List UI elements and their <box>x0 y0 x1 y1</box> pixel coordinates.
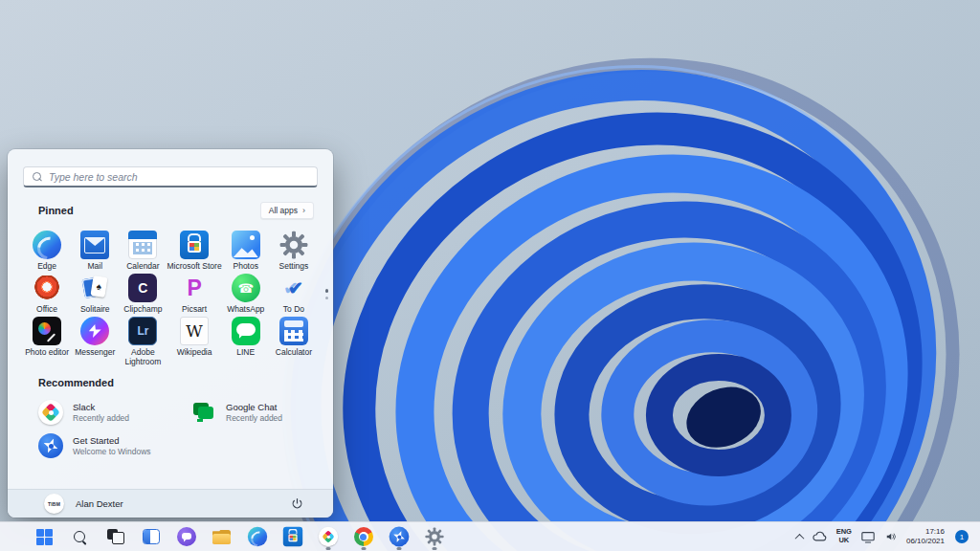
pinned-app-messenger[interactable]: Messenger <box>71 314 119 357</box>
clock[interactable]: 17:16 06/10/2021 <box>906 527 945 547</box>
pinned-app-adobe-lightroom[interactable]: Adobe Lightroom <box>119 314 167 357</box>
search-icon <box>33 172 42 182</box>
solitaire-cards-icon <box>80 274 109 302</box>
pinned-app-mail[interactable]: Mail <box>71 228 119 271</box>
pinned-app-microsoft-store[interactable]: Microsoft Store <box>167 228 222 271</box>
pinned-app-calendar[interactable]: Calendar <box>119 228 167 271</box>
get-started-icon <box>38 433 63 458</box>
user-name[interactable]: Alan Dexter <box>76 498 123 509</box>
language-indicator[interactable]: ENG UK <box>836 528 852 544</box>
widgets-icon <box>143 529 160 544</box>
network-icon[interactable] <box>860 531 876 543</box>
all-apps-button[interactable]: All apps <box>260 202 314 219</box>
slack-icon <box>318 527 337 546</box>
file-explorer-button[interactable] <box>204 522 239 551</box>
recommended-subtitle: Welcome to Windows <box>73 447 151 456</box>
taskbar: ENG UK 17:16 06/10/2021 1 <box>0 521 980 551</box>
chat-button[interactable] <box>168 522 204 551</box>
taskbar-edge-button[interactable] <box>239 522 275 551</box>
slack-icon <box>38 400 63 425</box>
task-view-button[interactable] <box>98 522 133 551</box>
task-view-icon <box>107 529 124 544</box>
folder-icon <box>212 530 231 544</box>
recommended-list: Slack Recently added Google Chat Recentl… <box>23 399 318 459</box>
pinned-app-wikipedia[interactable]: Wikipedia <box>167 314 222 357</box>
start-button[interactable] <box>27 522 62 551</box>
todo-check-icon <box>279 274 308 302</box>
taskbar-slack-button[interactable] <box>310 522 345 551</box>
taskbar-get-started-button[interactable] <box>381 522 416 551</box>
pinned-app-photo-editor[interactable]: Photo editor <box>23 314 71 357</box>
language-line2: UK <box>836 537 852 545</box>
edge-icon <box>247 527 266 546</box>
recommended-item-get-started[interactable]: Get Started Welcome to Windows <box>38 432 191 459</box>
power-icon <box>291 497 303 510</box>
pinned-app-line[interactable]: LINE <box>222 314 270 357</box>
pinned-app-office[interactable]: Office <box>23 271 71 314</box>
microsoft-store-icon <box>180 231 209 259</box>
pinned-app-todo[interactable]: To Do <box>270 271 318 314</box>
taskbar-search-button[interactable] <box>62 522 98 551</box>
start-menu: Pinned All apps Edge Mail Calendar Micro… <box>8 149 333 518</box>
pinned-page-indicator[interactable] <box>325 289 329 299</box>
pinned-app-label: Adobe Lightroom <box>121 348 165 367</box>
recommended-subtitle: Recently added <box>73 413 129 423</box>
page-dot <box>325 297 328 299</box>
widgets-button[interactable] <box>133 522 168 551</box>
pinned-app-picsart[interactable]: Picsart <box>167 271 222 314</box>
google-chat-icon <box>191 400 216 425</box>
notification-badge[interactable]: 1 <box>955 530 969 543</box>
pinned-app-label: Messenger <box>75 348 115 358</box>
page-dot-active <box>325 289 329 293</box>
recommended-title: Slack <box>73 402 129 412</box>
pinned-app-calculator[interactable]: Calculator <box>270 314 318 357</box>
recommended-subtitle: Recently added <box>226 413 282 423</box>
microsoft-store-icon <box>282 527 301 546</box>
edge-icon <box>33 231 61 259</box>
taskbar-store-button[interactable] <box>275 522 310 551</box>
pinned-heading: Pinned <box>38 205 74 216</box>
pinned-apps-grid: Edge Mail Calendar Microsoft Store Photo… <box>23 228 318 357</box>
taskbar-chrome-button[interactable] <box>345 522 381 551</box>
pinned-app-whatsapp[interactable]: WhatsApp <box>222 271 270 314</box>
chevron-right-icon <box>302 206 305 215</box>
mail-icon <box>80 231 109 259</box>
pinned-app-clipchamp[interactable]: Clipchamp <box>119 271 167 314</box>
calendar-icon <box>128 231 157 259</box>
windows-logo-icon <box>36 529 53 545</box>
volume-icon[interactable] <box>884 531 898 542</box>
onedrive-cloud-icon[interactable] <box>812 531 828 542</box>
pinned-app-label: LINE <box>236 348 255 358</box>
power-button[interactable] <box>285 494 308 515</box>
date-text: 06/10/2021 <box>906 537 945 546</box>
lightroom-icon <box>128 317 157 345</box>
recommended-item-google-chat[interactable]: Google Chat Recently added <box>191 399 318 426</box>
picsart-icon <box>180 274 209 302</box>
chrome-icon <box>354 527 373 546</box>
pinned-app-solitaire[interactable]: Solitaire <box>71 271 119 314</box>
search-icon <box>73 530 87 544</box>
line-icon <box>232 317 260 345</box>
taskbar-settings-button[interactable] <box>416 522 452 551</box>
avatar[interactable]: TIBM <box>44 494 64 514</box>
recommended-title: Get Started <box>73 435 151 446</box>
system-tray: ENG UK 17:16 06/10/2021 1 <box>796 527 972 547</box>
start-user-bar: TIBM Alan Dexter <box>8 489 333 518</box>
get-started-icon <box>389 527 409 547</box>
start-search-box[interactable] <box>23 166 318 187</box>
clipchamp-icon <box>128 274 157 302</box>
time-text: 17:16 <box>906 527 945 537</box>
pinned-app-photos[interactable]: Photos <box>222 228 270 271</box>
calculator-icon <box>279 317 308 345</box>
chat-bubble-icon <box>177 527 196 546</box>
photo-editor-icon <box>33 317 61 345</box>
pinned-app-label: Calculator <box>276 348 312 358</box>
gear-icon <box>279 231 308 259</box>
tray-overflow-chevron-icon[interactable] <box>794 533 804 542</box>
pinned-app-edge[interactable]: Edge <box>23 228 71 271</box>
pinned-app-label: Photo editor <box>25 348 69 358</box>
pinned-app-settings[interactable]: Settings <box>270 228 318 271</box>
recommended-item-slack[interactable]: Slack Recently added <box>38 399 191 426</box>
wikipedia-icon <box>180 317 209 345</box>
search-input[interactable] <box>49 171 308 183</box>
